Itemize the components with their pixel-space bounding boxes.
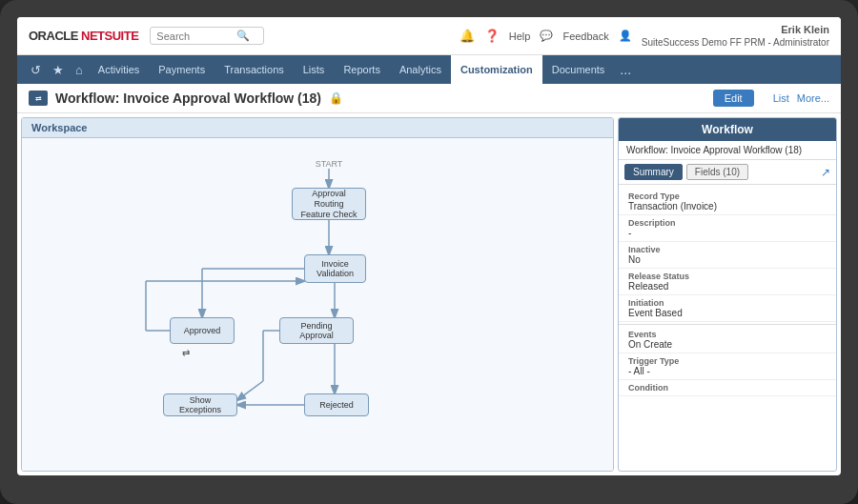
workspace-header: Workspace	[22, 118, 613, 138]
main-nav: ↺ ★ ⌂ Activities Payments Transactions L…	[17, 55, 841, 84]
chat-icon[interactable]: 💬	[540, 30, 553, 42]
field-inactive: Inactive No	[619, 242, 836, 269]
main-split: Workspace START	[17, 113, 841, 475]
user-subtitle: SuiteSuccess Demo FF PRM - Administrator	[642, 36, 829, 49]
nav-star-icon[interactable]: ★	[47, 55, 70, 84]
title-prefix: Workflow:	[55, 91, 119, 106]
bell-icon[interactable]: 🔔	[460, 29, 475, 43]
top-bar-right: 🔔 ❓ Help 💬 Feedback 👤 Erik Klein SuiteSu…	[460, 23, 829, 49]
field-release-status: Release Status Released	[619, 269, 836, 295]
top-bar: ORACLE NETSUITE 🔍 🔔 ❓ Help 💬 Feedback 👤 …	[17, 17, 841, 55]
wf-node-pending[interactable]: Pending Approval	[279, 317, 354, 344]
workflow-panel: Workflow Workflow: Invoice Approval Work…	[618, 117, 837, 472]
field-record-type: Record Type Transaction (Invoice)	[619, 189, 836, 215]
page-title: Workflow: Invoice Approval Workflow (18)	[55, 91, 321, 106]
nav-analytics[interactable]: Analytics	[390, 55, 451, 84]
oracle-text: ORACLE	[29, 29, 78, 43]
nav-documents[interactable]: Documents	[542, 55, 615, 84]
user-name: Erik Klein	[642, 23, 829, 36]
approved-loop-icon: ⇄	[182, 348, 190, 358]
lock-icon: 🔒	[329, 91, 343, 105]
page-header: ⇄ Workflow: Invoice Approval Workflow (1…	[17, 84, 841, 113]
edit-button[interactable]: Edit	[713, 90, 754, 107]
nav-more-icon[interactable]: ...	[614, 62, 637, 77]
search-icon: 🔍	[236, 30, 250, 42]
panel-content: Record Type Transaction (Invoice) Descri…	[619, 185, 836, 471]
panel-divider-1	[619, 324, 836, 325]
nav-activities[interactable]: Activities	[89, 55, 149, 84]
list-link[interactable]: List	[773, 92, 789, 104]
nav-home-icon[interactable]: ⌂	[70, 55, 89, 84]
laptop-frame: ORACLE NETSUITE 🔍 🔔 ❓ Help 💬 Feedback 👤 …	[0, 0, 858, 504]
content-area: ⇄ Workflow: Invoice Approval Workflow (1…	[17, 84, 841, 475]
panel-header: Workflow	[619, 118, 836, 141]
search-input[interactable]	[156, 30, 233, 42]
panel-tabs: Summary Fields (10) ↗	[619, 160, 836, 185]
svg-text:START: START	[316, 159, 343, 169]
wf-node-routing[interactable]: Approval RoutingFeature Check	[292, 188, 366, 220]
tab-fields[interactable]: Fields (10)	[686, 164, 748, 180]
panel-subtitle: Workflow: Invoice Approval Workflow (18)	[619, 141, 836, 160]
list-more: List More...	[773, 92, 829, 104]
nav-customization[interactable]: Customization	[451, 55, 542, 84]
feedback-label[interactable]: Feedback	[562, 30, 608, 42]
field-trigger-type: Trigger Type - All -	[619, 353, 836, 380]
workflow-icon: ⇄	[29, 91, 48, 106]
user-avatar: 👤	[619, 30, 632, 42]
nav-reports[interactable]: Reports	[334, 55, 390, 84]
title-value: Invoice Approval Workflow (18)	[123, 91, 321, 106]
search-box[interactable]: 🔍	[150, 27, 264, 45]
netsuite-text: NETSUITE	[81, 29, 138, 43]
wf-node-approved[interactable]: Approved	[170, 317, 235, 344]
help-label[interactable]: Help	[509, 30, 531, 42]
nav-history-icon[interactable]: ↺	[25, 55, 47, 84]
screen: ORACLE NETSUITE 🔍 🔔 ❓ Help 💬 Feedback 👤 …	[17, 17, 841, 475]
nav-transactions[interactable]: Transactions	[214, 55, 294, 84]
more-link[interactable]: More...	[797, 92, 829, 104]
field-description: Description -	[619, 215, 836, 242]
field-condition: Condition	[619, 380, 836, 396]
wf-node-exceptions[interactable]: Show Exceptions	[163, 393, 237, 416]
field-events: Events On Create	[619, 327, 836, 353]
workspace-canvas[interactable]: START	[22, 138, 613, 471]
workspace: Workspace START	[21, 117, 614, 472]
tab-summary[interactable]: Summary	[624, 164, 683, 180]
nav-lists[interactable]: Lists	[294, 55, 335, 84]
wf-node-rejected[interactable]: Rejected	[304, 393, 369, 416]
help-icon[interactable]: ❓	[484, 29, 500, 43]
svg-line-14	[237, 381, 263, 400]
nav-payments[interactable]: Payments	[149, 55, 214, 84]
oracle-logo: ORACLE NETSUITE	[29, 29, 138, 43]
export-icon[interactable]: ↗	[821, 166, 830, 179]
field-initiation: Initiation Event Based	[619, 295, 836, 322]
wf-node-validation[interactable]: InvoiceValidation	[304, 254, 366, 283]
user-info: Erik Klein SuiteSuccess Demo FF PRM - Ad…	[642, 23, 829, 49]
